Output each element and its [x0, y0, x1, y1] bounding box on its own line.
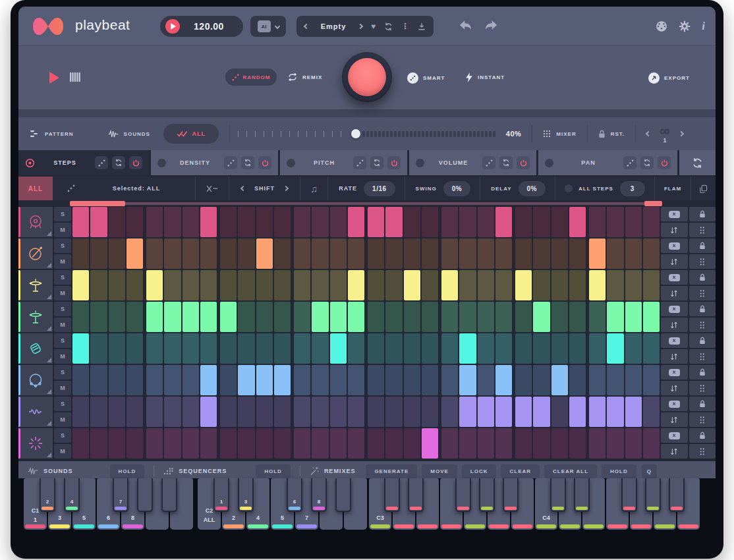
step-off[interactable]: [478, 302, 494, 332]
step-off[interactable]: [183, 270, 199, 300]
step-off[interactable]: [220, 207, 237, 237]
step-off[interactable]: [422, 333, 438, 364]
step-off[interactable]: [441, 302, 458, 332]
step-off[interactable]: [164, 365, 181, 395]
step-off[interactable]: [459, 270, 476, 300]
step-on[interactable]: [589, 270, 606, 300]
step-off[interactable]: [109, 428, 125, 459]
step-off[interactable]: [569, 302, 586, 332]
step-off[interactable]: [274, 397, 291, 427]
step-off[interactable]: [256, 428, 273, 459]
track-select-cell[interactable]: [18, 207, 53, 237]
step-off[interactable]: [385, 428, 402, 459]
black-key[interactable]: [335, 478, 351, 512]
step-off[interactable]: [478, 365, 494, 395]
reload-button-refresh-icon[interactable]: [499, 156, 513, 169]
flip-track-button[interactable]: [661, 223, 688, 237]
step-off[interactable]: [200, 333, 217, 364]
step-off[interactable]: [569, 238, 586, 269]
step-on[interactable]: [625, 397, 642, 427]
clear-track-button[interactable]: ×: [661, 397, 688, 411]
step-off[interactable]: [109, 270, 125, 300]
step-off[interactable]: [551, 302, 568, 332]
sounds-mode-button[interactable]: SOUNDS: [108, 130, 150, 138]
loop-length-control[interactable]: ∞ 1: [660, 124, 670, 144]
reset-button[interactable]: RST.: [598, 130, 625, 138]
track-select-cell[interactable]: [18, 365, 53, 395]
step-off[interactable]: [274, 238, 291, 269]
step-off[interactable]: [109, 365, 125, 395]
step-off[interactable]: [312, 270, 328, 300]
step-off[interactable]: [312, 397, 328, 427]
flip-track-button[interactable]: [661, 444, 688, 459]
step-off[interactable]: [607, 207, 623, 237]
step-off[interactable]: [643, 397, 660, 427]
step-off[interactable]: [183, 428, 199, 459]
step-off[interactable]: [312, 365, 328, 395]
step-on[interactable]: [90, 207, 107, 237]
step-on[interactable]: [256, 238, 273, 269]
sequencers-hold-button[interactable]: HOLD: [256, 464, 291, 478]
clear-track-button[interactable]: ×: [661, 333, 688, 348]
step-off[interactable]: [238, 302, 254, 332]
sync-refresh-button[interactable]: [679, 150, 716, 175]
step-off[interactable]: [404, 333, 420, 364]
step-off[interactable]: [459, 238, 476, 269]
step-off[interactable]: [643, 333, 660, 364]
step-off[interactable]: [625, 238, 642, 269]
track-corner-handle[interactable]: [47, 421, 51, 426]
lock-track-button[interactable]: [689, 365, 716, 379]
step-off[interactable]: [330, 207, 347, 237]
step-off[interactable]: [643, 270, 660, 300]
step-off[interactable]: [256, 302, 273, 332]
step-off[interactable]: [533, 333, 550, 364]
step-off[interactable]: [441, 428, 458, 459]
step-on[interactable]: [551, 365, 568, 395]
step-off[interactable]: [533, 428, 550, 459]
step-off[interactable]: [127, 428, 143, 459]
step-off[interactable]: [441, 207, 458, 237]
black-key[interactable]: [137, 478, 153, 512]
step-off[interactable]: [495, 238, 512, 269]
step-off[interactable]: [533, 207, 550, 237]
step-off[interactable]: [643, 238, 660, 269]
step-off[interactable]: [90, 365, 107, 395]
black-key[interactable]: [479, 478, 495, 512]
step-off[interactable]: [478, 270, 494, 300]
main-generate-button[interactable]: [342, 52, 392, 102]
step-on[interactable]: [146, 270, 163, 300]
step-off[interactable]: [220, 428, 237, 459]
randomize-button-dice-icon[interactable]: [95, 156, 108, 169]
step-off[interactable]: [200, 428, 217, 459]
lock-button[interactable]: LOCK: [462, 464, 497, 478]
step-on[interactable]: [72, 333, 89, 364]
step-off[interactable]: [164, 207, 181, 237]
mute-button[interactable]: M: [54, 286, 71, 300]
kebab-menu-icon[interactable]: ⋮: [401, 22, 409, 31]
track-corner-handle[interactable]: [47, 358, 51, 362]
solo-button[interactable]: S: [54, 270, 71, 285]
step-on[interactable]: [422, 428, 438, 459]
mute-button[interactable]: M: [54, 444, 71, 459]
step-off[interactable]: [607, 428, 623, 459]
power-button-power-icon[interactable]: [658, 156, 671, 169]
reload-button-refresh-icon[interactable]: [112, 156, 125, 169]
step-off[interactable]: [164, 333, 181, 364]
track-corner-handle[interactable]: [47, 453, 51, 457]
track-dice-button[interactable]: [689, 286, 716, 300]
black-key[interactable]: [408, 478, 424, 512]
step-off[interactable]: [368, 333, 384, 364]
step-off[interactable]: [274, 207, 291, 237]
instant-button[interactable]: INSTANT: [465, 72, 505, 82]
black-key[interactable]: [503, 478, 519, 512]
step-off[interactable]: [404, 365, 420, 395]
step-on[interactable]: [348, 302, 364, 332]
gear-icon[interactable]: [679, 20, 691, 32]
ai-mode-dropdown[interactable]: AI: [250, 16, 286, 37]
step-off[interactable]: [441, 365, 458, 395]
track-dice-button[interactable]: [689, 349, 716, 364]
step-off[interactable]: [146, 333, 163, 364]
solo-button[interactable]: S: [54, 302, 71, 316]
step-off[interactable]: [294, 207, 310, 237]
step-off[interactable]: [422, 238, 438, 269]
